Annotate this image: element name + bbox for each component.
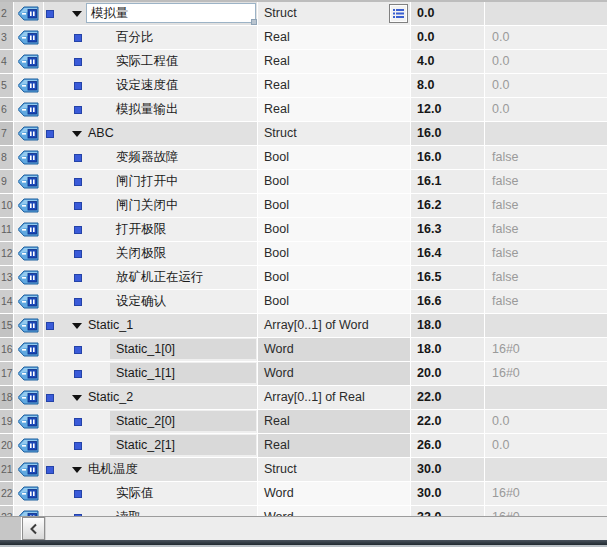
resize-handle[interactable] (251, 19, 257, 25)
data-type-cell[interactable]: Word (258, 482, 411, 505)
offset-cell[interactable]: 20.0 (411, 362, 485, 385)
member-name-cell[interactable]: 闸门关闭中 (44, 194, 258, 217)
table-row[interactable]: 5 设定速度值 Real (0, 74, 607, 98)
data-type-cell[interactable]: Array[0..1] of Real (258, 386, 411, 409)
collapse-arrow-icon[interactable] (72, 131, 82, 137)
member-name[interactable]: Static_2 (88, 386, 256, 408)
offset-cell[interactable]: 4.0 (411, 50, 485, 73)
member-name[interactable]: Static_1 (88, 314, 256, 336)
data-type-cell[interactable]: Bool (258, 170, 411, 193)
member-name-cell[interactable]: 实际工程值 (44, 50, 258, 73)
offset-cell[interactable]: 16.0 (411, 122, 485, 145)
row-number[interactable]: 18 (0, 386, 14, 409)
member-name-cell[interactable]: 百分比 (44, 26, 258, 49)
start-value-cell[interactable]: 0.0 (485, 74, 607, 97)
data-type-cell[interactable]: Bool (258, 218, 411, 241)
offset-cell[interactable]: 0.0 (411, 26, 485, 49)
table-row[interactable]: 16 Static_1[0] Word (0, 338, 607, 362)
table-row[interactable]: 11 打开极限 Bool (0, 218, 607, 242)
offset-cell[interactable]: 8.0 (411, 74, 485, 97)
table-row[interactable]: 15 Static_1 Array[0..1] of Word (0, 314, 607, 338)
start-value-cell[interactable]: false (485, 242, 607, 265)
data-type-cell[interactable]: Real (258, 74, 411, 97)
start-value-cell[interactable]: 16#0 (485, 506, 607, 516)
offset-cell[interactable]: 16.6 (411, 290, 485, 313)
member-name[interactable]: 模拟量输出 (116, 98, 256, 120)
row-number[interactable]: 23 (0, 506, 14, 516)
start-value-cell[interactable] (485, 314, 607, 337)
table-row[interactable]: 14 设定确认 Bool (0, 290, 607, 314)
member-name[interactable]: 实际工程值 (116, 50, 256, 72)
member-name-cell[interactable]: Static_2[0] (44, 410, 258, 433)
offset-cell[interactable]: 30.0 (411, 458, 485, 481)
start-value-cell[interactable]: 16#0 (485, 362, 607, 385)
offset-cell[interactable]: 16.3 (411, 218, 485, 241)
table-row[interactable]: 9 闸门打开中 Bool (0, 170, 607, 194)
table-row[interactable]: 17 Static_1[1] Word (0, 362, 607, 386)
member-name[interactable]: 设定确认 (116, 290, 256, 312)
offset-cell[interactable]: 32.0 (411, 506, 485, 516)
collapse-arrow-icon[interactable] (72, 323, 82, 329)
table-row[interactable]: 3 百分比 Real (0, 26, 607, 50)
data-type-cell[interactable]: Real (258, 98, 411, 121)
member-name-cell[interactable]: 变频器故障 (44, 146, 258, 169)
member-name-cell[interactable]: 实际值 (44, 482, 258, 505)
member-name-cell[interactable]: Static_1 (44, 314, 258, 337)
offset-cell[interactable]: 16.5 (411, 266, 485, 289)
offset-cell[interactable]: 16.2 (411, 194, 485, 217)
row-number[interactable]: 16 (0, 338, 14, 361)
data-type-cell[interactable]: Real (258, 434, 411, 457)
member-name-cell[interactable]: 关闭极限 (44, 242, 258, 265)
offset-cell[interactable]: 26.0 (411, 434, 485, 457)
member-name[interactable]: 模拟量 (86, 3, 256, 23)
offset-cell[interactable]: 0.0 (411, 2, 485, 25)
data-type-cell[interactable]: Word (258, 338, 411, 361)
data-type-cell[interactable]: Struct (258, 458, 411, 481)
member-name[interactable]: Static_2[0] (110, 411, 256, 431)
table-row[interactable]: 4 实际工程值 Real (0, 50, 607, 74)
start-value-cell[interactable]: 16#0 (485, 482, 607, 505)
member-name-cell[interactable]: 设定速度值 (44, 74, 258, 97)
table-row[interactable]: 19 Static_2[0] Real (0, 410, 607, 434)
start-value-cell[interactable]: 0.0 (485, 50, 607, 73)
member-name-cell[interactable]: Static_2 (44, 386, 258, 409)
member-name-cell[interactable]: Static_1[0] (44, 338, 258, 361)
scroll-left-button[interactable] (22, 517, 45, 540)
start-value-cell[interactable] (485, 122, 607, 145)
table-row[interactable]: 6 模拟量输出 Real (0, 98, 607, 122)
table-row[interactable]: 21 电机温度 Struct (0, 458, 607, 482)
offset-cell[interactable]: 16.0 (411, 146, 485, 169)
member-name-cell[interactable]: Static_1[1] (44, 362, 258, 385)
member-name-cell[interactable]: 打开极限 (44, 218, 258, 241)
data-type-cell[interactable]: Bool (258, 146, 411, 169)
row-number[interactable]: 13 (0, 266, 14, 289)
member-name-cell[interactable]: ABC (44, 122, 258, 145)
data-type-cell[interactable]: Bool (258, 290, 411, 313)
member-name[interactable]: 打开极限 (116, 218, 256, 240)
table-row[interactable]: 7 ABC Struct (0, 122, 607, 146)
data-type-cell[interactable]: Word (258, 362, 411, 385)
data-type-cell[interactable]: Array[0..1] of Word (258, 314, 411, 337)
member-name-cell[interactable]: 放矿机正在运行 (44, 266, 258, 289)
browse-button[interactable] (389, 4, 408, 23)
member-name[interactable]: 关闭极限 (116, 242, 256, 264)
member-name[interactable]: 闸门打开中 (116, 170, 256, 192)
row-number[interactable]: 14 (0, 290, 14, 313)
row-number[interactable]: 17 (0, 362, 14, 385)
start-value-cell[interactable]: false (485, 218, 607, 241)
start-value-cell[interactable]: 0.0 (485, 410, 607, 433)
member-name[interactable]: 实际值 (116, 482, 256, 504)
member-name-cell[interactable]: 设定确认 (44, 290, 258, 313)
data-type-cell[interactable]: Struct (258, 122, 411, 145)
member-name[interactable]: Static_1[0] (110, 339, 256, 359)
member-name[interactable]: 闸门关闭中 (116, 194, 256, 216)
row-number[interactable]: 19 (0, 410, 14, 433)
member-name[interactable]: 设定速度值 (116, 74, 256, 96)
offset-cell[interactable]: 16.4 (411, 242, 485, 265)
start-value-cell[interactable]: 0.0 (485, 98, 607, 121)
row-number[interactable]: 9 (0, 170, 14, 193)
table-row[interactable]: 23 读取 Word (0, 506, 607, 516)
row-number[interactable]: 4 (0, 50, 14, 73)
offset-cell[interactable]: 18.0 (411, 338, 485, 361)
member-name-cell[interactable]: 闸门打开中 (44, 170, 258, 193)
